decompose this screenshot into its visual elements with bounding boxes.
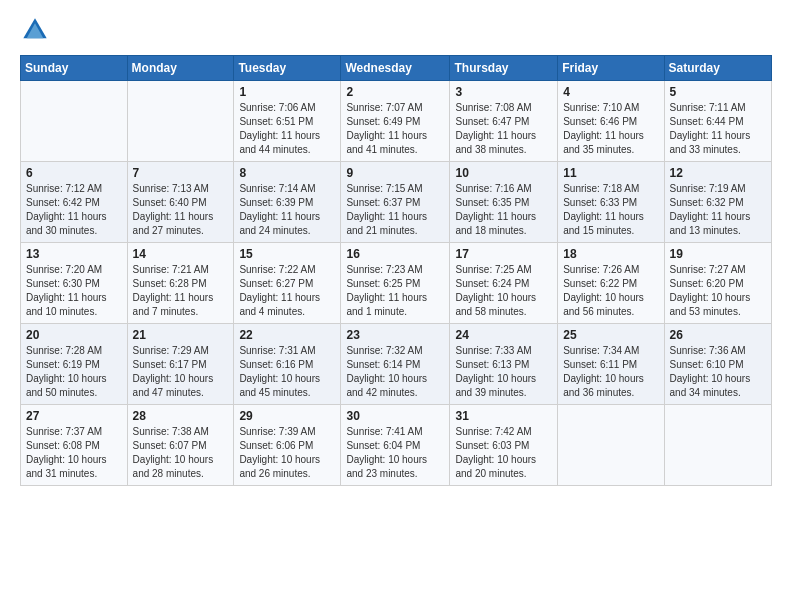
day-cell: 13Sunrise: 7:20 AM Sunset: 6:30 PM Dayli… [21,243,128,324]
day-info: Sunrise: 7:14 AM Sunset: 6:39 PM Dayligh… [239,182,335,238]
day-cell: 7Sunrise: 7:13 AM Sunset: 6:40 PM Daylig… [127,162,234,243]
day-info: Sunrise: 7:29 AM Sunset: 6:17 PM Dayligh… [133,344,229,400]
week-row-1: 1Sunrise: 7:06 AM Sunset: 6:51 PM Daylig… [21,81,772,162]
logo [20,15,54,45]
day-cell: 28Sunrise: 7:38 AM Sunset: 6:07 PM Dayli… [127,405,234,486]
day-info: Sunrise: 7:27 AM Sunset: 6:20 PM Dayligh… [670,263,766,319]
weekday-header-saturday: Saturday [664,56,771,81]
day-info: Sunrise: 7:32 AM Sunset: 6:14 PM Dayligh… [346,344,444,400]
day-info: Sunrise: 7:20 AM Sunset: 6:30 PM Dayligh… [26,263,122,319]
day-cell: 14Sunrise: 7:21 AM Sunset: 6:28 PM Dayli… [127,243,234,324]
day-info: Sunrise: 7:19 AM Sunset: 6:32 PM Dayligh… [670,182,766,238]
day-cell: 19Sunrise: 7:27 AM Sunset: 6:20 PM Dayli… [664,243,771,324]
day-number: 6 [26,166,122,180]
calendar-body: 1Sunrise: 7:06 AM Sunset: 6:51 PM Daylig… [21,81,772,486]
week-row-5: 27Sunrise: 7:37 AM Sunset: 6:08 PM Dayli… [21,405,772,486]
day-info: Sunrise: 7:08 AM Sunset: 6:47 PM Dayligh… [455,101,552,157]
day-info: Sunrise: 7:25 AM Sunset: 6:24 PM Dayligh… [455,263,552,319]
day-number: 16 [346,247,444,261]
day-cell: 30Sunrise: 7:41 AM Sunset: 6:04 PM Dayli… [341,405,450,486]
logo-icon [20,15,50,45]
day-number: 9 [346,166,444,180]
day-number: 24 [455,328,552,342]
day-info: Sunrise: 7:11 AM Sunset: 6:44 PM Dayligh… [670,101,766,157]
calendar-header: SundayMondayTuesdayWednesdayThursdayFrid… [21,56,772,81]
day-info: Sunrise: 7:37 AM Sunset: 6:08 PM Dayligh… [26,425,122,481]
day-cell: 17Sunrise: 7:25 AM Sunset: 6:24 PM Dayli… [450,243,558,324]
day-cell: 18Sunrise: 7:26 AM Sunset: 6:22 PM Dayli… [558,243,664,324]
week-row-4: 20Sunrise: 7:28 AM Sunset: 6:19 PM Dayli… [21,324,772,405]
day-cell: 31Sunrise: 7:42 AM Sunset: 6:03 PM Dayli… [450,405,558,486]
day-number: 7 [133,166,229,180]
day-cell: 5Sunrise: 7:11 AM Sunset: 6:44 PM Daylig… [664,81,771,162]
day-info: Sunrise: 7:18 AM Sunset: 6:33 PM Dayligh… [563,182,658,238]
day-cell [127,81,234,162]
day-info: Sunrise: 7:07 AM Sunset: 6:49 PM Dayligh… [346,101,444,157]
day-number: 21 [133,328,229,342]
day-number: 12 [670,166,766,180]
day-number: 4 [563,85,658,99]
day-cell: 10Sunrise: 7:16 AM Sunset: 6:35 PM Dayli… [450,162,558,243]
day-cell: 1Sunrise: 7:06 AM Sunset: 6:51 PM Daylig… [234,81,341,162]
day-cell: 26Sunrise: 7:36 AM Sunset: 6:10 PM Dayli… [664,324,771,405]
day-number: 2 [346,85,444,99]
day-number: 17 [455,247,552,261]
weekday-header-wednesday: Wednesday [341,56,450,81]
day-cell: 24Sunrise: 7:33 AM Sunset: 6:13 PM Dayli… [450,324,558,405]
day-info: Sunrise: 7:28 AM Sunset: 6:19 PM Dayligh… [26,344,122,400]
day-info: Sunrise: 7:41 AM Sunset: 6:04 PM Dayligh… [346,425,444,481]
day-number: 14 [133,247,229,261]
day-cell: 23Sunrise: 7:32 AM Sunset: 6:14 PM Dayli… [341,324,450,405]
day-number: 10 [455,166,552,180]
day-number: 25 [563,328,658,342]
day-number: 8 [239,166,335,180]
page: SundayMondayTuesdayWednesdayThursdayFrid… [0,0,792,612]
day-number: 11 [563,166,658,180]
day-number: 18 [563,247,658,261]
weekday-header-friday: Friday [558,56,664,81]
day-number: 15 [239,247,335,261]
day-cell [21,81,128,162]
day-number: 13 [26,247,122,261]
day-info: Sunrise: 7:34 AM Sunset: 6:11 PM Dayligh… [563,344,658,400]
day-cell: 12Sunrise: 7:19 AM Sunset: 6:32 PM Dayli… [664,162,771,243]
calendar: SundayMondayTuesdayWednesdayThursdayFrid… [20,55,772,486]
day-cell: 20Sunrise: 7:28 AM Sunset: 6:19 PM Dayli… [21,324,128,405]
day-info: Sunrise: 7:42 AM Sunset: 6:03 PM Dayligh… [455,425,552,481]
day-cell: 16Sunrise: 7:23 AM Sunset: 6:25 PM Dayli… [341,243,450,324]
day-number: 3 [455,85,552,99]
day-cell: 9Sunrise: 7:15 AM Sunset: 6:37 PM Daylig… [341,162,450,243]
weekday-header-sunday: Sunday [21,56,128,81]
day-info: Sunrise: 7:22 AM Sunset: 6:27 PM Dayligh… [239,263,335,319]
day-cell: 11Sunrise: 7:18 AM Sunset: 6:33 PM Dayli… [558,162,664,243]
week-row-3: 13Sunrise: 7:20 AM Sunset: 6:30 PM Dayli… [21,243,772,324]
day-info: Sunrise: 7:16 AM Sunset: 6:35 PM Dayligh… [455,182,552,238]
day-cell: 27Sunrise: 7:37 AM Sunset: 6:08 PM Dayli… [21,405,128,486]
day-cell: 3Sunrise: 7:08 AM Sunset: 6:47 PM Daylig… [450,81,558,162]
day-number: 19 [670,247,766,261]
header [20,15,772,45]
day-info: Sunrise: 7:39 AM Sunset: 6:06 PM Dayligh… [239,425,335,481]
weekday-header-thursday: Thursday [450,56,558,81]
day-info: Sunrise: 7:26 AM Sunset: 6:22 PM Dayligh… [563,263,658,319]
day-cell [664,405,771,486]
day-cell: 2Sunrise: 7:07 AM Sunset: 6:49 PM Daylig… [341,81,450,162]
day-cell: 4Sunrise: 7:10 AM Sunset: 6:46 PM Daylig… [558,81,664,162]
day-cell: 6Sunrise: 7:12 AM Sunset: 6:42 PM Daylig… [21,162,128,243]
day-number: 27 [26,409,122,423]
day-number: 30 [346,409,444,423]
day-cell: 8Sunrise: 7:14 AM Sunset: 6:39 PM Daylig… [234,162,341,243]
day-info: Sunrise: 7:12 AM Sunset: 6:42 PM Dayligh… [26,182,122,238]
weekday-row: SundayMondayTuesdayWednesdayThursdayFrid… [21,56,772,81]
day-number: 26 [670,328,766,342]
day-info: Sunrise: 7:23 AM Sunset: 6:25 PM Dayligh… [346,263,444,319]
day-info: Sunrise: 7:31 AM Sunset: 6:16 PM Dayligh… [239,344,335,400]
day-info: Sunrise: 7:38 AM Sunset: 6:07 PM Dayligh… [133,425,229,481]
weekday-header-tuesday: Tuesday [234,56,341,81]
day-info: Sunrise: 7:33 AM Sunset: 6:13 PM Dayligh… [455,344,552,400]
weekday-header-monday: Monday [127,56,234,81]
day-number: 1 [239,85,335,99]
day-number: 28 [133,409,229,423]
day-number: 20 [26,328,122,342]
day-info: Sunrise: 7:36 AM Sunset: 6:10 PM Dayligh… [670,344,766,400]
